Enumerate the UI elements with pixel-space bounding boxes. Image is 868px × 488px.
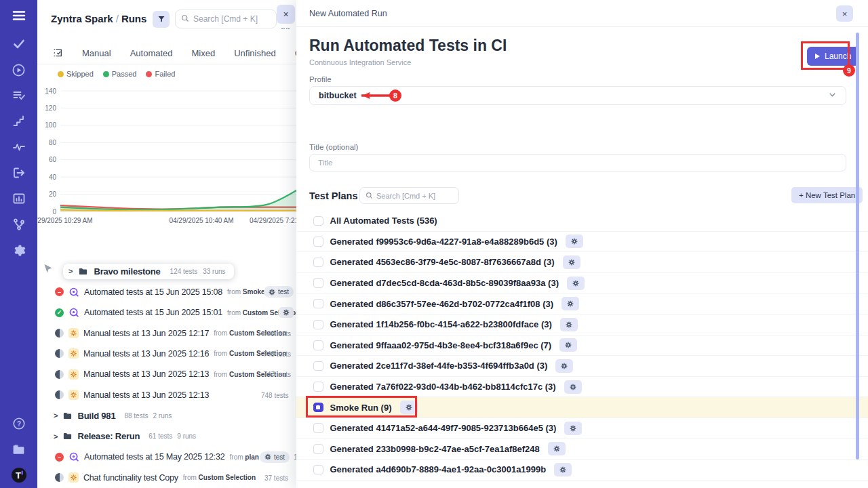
run-row[interactable]: –Automated tests at 15 Jun 2025 15:08fro… bbox=[37, 281, 296, 302]
plan-label[interactable]: Generated d86c357f-57ee-462d-b702-0772ca… bbox=[330, 299, 554, 309]
plan-label[interactable]: Generated d7dec5cd-8cda-463d-8b5c-89039f… bbox=[330, 278, 559, 288]
test-plans-search-input[interactable] bbox=[376, 192, 453, 200]
plan-settings-button[interactable] bbox=[564, 380, 582, 394]
plan-label[interactable]: Generated 9ffaaa02-975d-4b3e-8ee4-bcf318… bbox=[330, 340, 552, 350]
run-row[interactable]: –Automated tests at 15 May 2025 12:32fro… bbox=[37, 447, 296, 467]
run-row[interactable]: Manual tests at 13 Jun 2025 12:13748 tes… bbox=[37, 385, 296, 405]
plan-label[interactable]: Generated 233b0998-b9c2-47ae-a5cf-7ea1af… bbox=[330, 444, 540, 454]
test-plan-row[interactable]: All Automated Tests (536) bbox=[296, 211, 868, 232]
plan-settings-button[interactable] bbox=[560, 318, 578, 331]
plan-settings-button[interactable] bbox=[564, 422, 582, 435]
plan-checkbox[interactable] bbox=[313, 278, 323, 288]
tab-manual[interactable]: Manual bbox=[82, 48, 111, 58]
sidebar-item-tests[interactable] bbox=[0, 31, 37, 57]
plan-checkbox[interactable] bbox=[313, 320, 323, 330]
plan-checkbox[interactable] bbox=[313, 423, 323, 433]
plan-checkbox-checked[interactable] bbox=[313, 403, 323, 413]
plan-settings-button[interactable] bbox=[554, 463, 572, 476]
chevron-right-icon[interactable]: > bbox=[68, 267, 73, 275]
legend-item-skipped[interactable]: Skipped bbox=[58, 70, 94, 78]
plan-label[interactable]: Generated f99953c6-9d6a-4227-91a8-e4a882… bbox=[330, 237, 557, 247]
plan-settings-button[interactable] bbox=[563, 256, 580, 269]
plan-label[interactable]: Generated 7a76f022-93d0-434b-b462-bb8114… bbox=[330, 382, 556, 392]
plan-checkbox[interactable] bbox=[313, 465, 323, 475]
plan-label[interactable]: Generated 4563ec86-3f79-4e5c-8087-8f7636… bbox=[330, 257, 555, 267]
breadcrumb-project[interactable]: Zyntra Spark bbox=[51, 13, 113, 24]
plan-settings-button[interactable] bbox=[555, 359, 573, 373]
test-plan-row[interactable]: Generated 41471a52-a644-49f7-9085-923713… bbox=[296, 418, 868, 439]
run-settings-badge[interactable]: test bbox=[260, 451, 290, 463]
test-plan-row[interactable]: Generated d86c357f-57ee-462d-b702-0772ca… bbox=[296, 293, 868, 314]
run-row[interactable]: Manual tests at 13 Jun 2025 12:16from Cu… bbox=[37, 344, 296, 364]
panel-resize-handle[interactable] bbox=[281, 28, 290, 30]
tab-automated[interactable]: Automated bbox=[130, 48, 173, 58]
sidebar-item-pulse[interactable] bbox=[0, 134, 37, 160]
sidebar-item-help[interactable]: ? bbox=[0, 411, 37, 436]
test-plan-row[interactable]: Generated a4d690b7-8889-4ae1-92aa-0c3001… bbox=[296, 460, 868, 481]
test-plan-row[interactable]: Generated f99953c6-9d6a-4227-91a8-e4a882… bbox=[296, 232, 868, 253]
plan-settings-button[interactable] bbox=[548, 442, 566, 455]
sidebar-item-branches[interactable] bbox=[0, 211, 37, 237]
plan-checkbox[interactable] bbox=[313, 216, 323, 226]
plan-label[interactable]: Generated 2ce11f7d-38ef-44fe-b353-4f694f… bbox=[330, 361, 548, 371]
legend-item-passed[interactable]: Passed bbox=[103, 70, 137, 78]
plan-settings-button[interactable] bbox=[400, 401, 418, 414]
plan-settings-button[interactable] bbox=[566, 235, 583, 248]
milestone-card[interactable]: > Bravo milestone 124 tests 33 runs bbox=[63, 264, 234, 279]
run-row[interactable]: Manual tests at 13 Jun 2025 12:13from Cu… bbox=[37, 364, 296, 384]
test-plan-row[interactable]: Generated d7dec5cd-8cda-463d-8b5c-89039f… bbox=[296, 273, 868, 294]
sidebar-item-test-plans[interactable] bbox=[0, 83, 37, 108]
run-row[interactable]: ✓Automated tests at 15 Jun 2025 15:01fro… bbox=[37, 302, 296, 323]
plan-checkbox[interactable] bbox=[313, 258, 323, 268]
run-settings-badge[interactable]: test bbox=[264, 286, 294, 298]
tab-mixed[interactable]: Mixed bbox=[192, 48, 216, 58]
plan-checkbox[interactable] bbox=[313, 237, 323, 247]
search-input[interactable] bbox=[193, 14, 271, 24]
filter-button[interactable] bbox=[153, 11, 170, 28]
chevron-right-icon[interactable]: > bbox=[54, 432, 58, 441]
run-title-input[interactable] bbox=[309, 154, 846, 171]
sidebar-item-milestones[interactable] bbox=[0, 108, 37, 134]
select-all-icon[interactable] bbox=[52, 47, 63, 58]
plan-settings-button[interactable] bbox=[559, 338, 577, 352]
panel-close-button[interactable]: × bbox=[277, 5, 295, 24]
plan-checkbox[interactable] bbox=[313, 299, 323, 309]
test-plan-row[interactable]: Generated 1f14b256-f0bc-4154-a622-b23800… bbox=[296, 314, 868, 336]
test-plan-row[interactable]: Generated 4563ec86-3f79-4e5c-8087-8f7636… bbox=[296, 252, 868, 273]
test-plan-row-selected[interactable]: Smoke Run (9) bbox=[296, 397, 868, 418]
run-row[interactable]: Chat functinality test Copyfrom Custom S… bbox=[37, 467, 296, 487]
launch-button[interactable]: Launch bbox=[807, 47, 859, 66]
sidebar-item-runs[interactable] bbox=[0, 57, 37, 83]
legend-item-failed[interactable]: Failed bbox=[146, 70, 175, 78]
sidebar-item-import[interactable] bbox=[0, 160, 37, 186]
plan-settings-button[interactable] bbox=[567, 277, 585, 290]
plan-checkbox[interactable] bbox=[313, 340, 323, 350]
test-plan-row[interactable]: Generated 7a76f022-93d0-434b-b462-bb8114… bbox=[296, 377, 868, 398]
sidebar-item-analytics[interactable] bbox=[0, 186, 37, 211]
plan-label[interactable]: Generated 41471a52-a644-49f7-9085-923713… bbox=[330, 423, 557, 433]
plan-checkbox[interactable] bbox=[313, 382, 323, 392]
modal-close-button[interactable]: × bbox=[836, 5, 853, 22]
chevron-right-icon[interactable]: > bbox=[54, 411, 58, 420]
run-row[interactable]: Manual tests at 13 Jun 2025 12:17from Cu… bbox=[37, 323, 296, 343]
plan-label[interactable]: All Automated Tests (536) bbox=[330, 216, 437, 226]
plan-label[interactable]: Smoke Run (9) bbox=[330, 403, 392, 413]
test-plan-row[interactable]: Generated 233b0998-b9c2-47ae-a5cf-7ea1af… bbox=[296, 439, 868, 460]
plan-label[interactable]: Generated 1f14b256-f0bc-4154-a622-b23800… bbox=[330, 319, 552, 329]
plan-checkbox[interactable] bbox=[313, 444, 323, 454]
sidebar-item-projects[interactable] bbox=[0, 436, 37, 462]
milestone-row[interactable]: > Release: Rerun 61 tests 9 runs bbox=[37, 426, 296, 447]
run-settings-badge[interactable] bbox=[279, 307, 294, 318]
plan-checkbox[interactable] bbox=[313, 361, 323, 371]
plan-label[interactable]: Generated a4d690b7-8889-4ae1-92aa-0c3001… bbox=[330, 464, 547, 474]
menu-button[interactable] bbox=[0, 0, 37, 31]
milestone-row[interactable]: > Bravo milestone 124 tests 33 runs bbox=[37, 261, 296, 281]
modal-scrollbar[interactable] bbox=[856, 33, 859, 460]
test-plan-row[interactable]: Generated 9ffaaa02-975d-4b3e-8ee4-bcf318… bbox=[296, 336, 868, 357]
tab-unfinished[interactable]: Unfinished bbox=[234, 48, 275, 58]
new-test-plan-button[interactable]: + New Test Plan bbox=[791, 187, 863, 203]
milestone-row[interactable]: > Build 981 88 tests 2 runs bbox=[37, 405, 296, 426]
test-plan-row[interactable]: Generated 2ce11f7d-38ef-44fe-b353-4f694f… bbox=[296, 356, 868, 377]
plan-settings-button[interactable] bbox=[561, 297, 579, 310]
sidebar-item-settings[interactable] bbox=[0, 237, 37, 263]
